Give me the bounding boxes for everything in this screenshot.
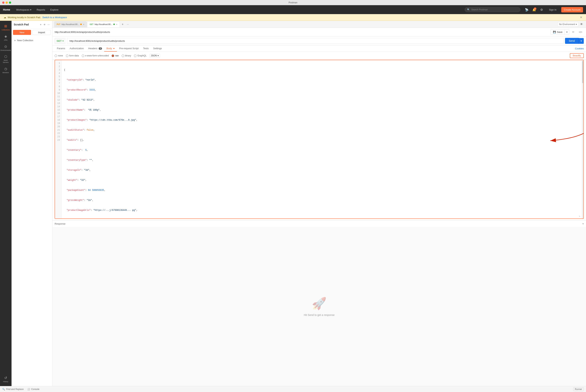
maximize-button[interactable]	[9, 2, 11, 4]
runner-button[interactable]: Runner	[573, 387, 584, 391]
url-display-bar: 💾 Save ▾ ✏ </>	[52, 28, 586, 36]
response-section: Response ▾	[52, 220, 586, 227]
sidebar-item-environments[interactable]: ⊙ Environments	[1, 43, 11, 53]
body-option-raw[interactable]: raw	[112, 54, 119, 57]
collections-icon: ⊞	[4, 24, 7, 28]
send-button-group: Send ▾	[565, 38, 584, 44]
search-input-box[interactable]: 🔍 Search Postman	[465, 7, 520, 12]
titlebar: Postman	[0, 0, 586, 5]
tab-tests[interactable]: Tests	[141, 46, 151, 52]
code-line: "inventary": 5,	[64, 148, 581, 152]
code-line: "grossWeight": "2a",	[64, 198, 581, 202]
sidebar-item-collections[interactable]: ⊞ Collections	[1, 23, 11, 32]
sidebar-item-history[interactable]: ↺ History	[1, 374, 11, 384]
sidebar-item-monitors[interactable]: ◷ Monitors	[1, 65, 11, 75]
nav-explore[interactable]: Explore	[48, 7, 61, 12]
tab-put[interactable]: PUT http://localhost:80... ✕	[54, 21, 87, 27]
response-body: 🚀 Hit Send to get a response	[52, 227, 586, 386]
panel-title: Scratch Pad	[14, 23, 29, 26]
beautify-button[interactable]: Beautify	[570, 53, 584, 58]
tab-authorization[interactable]: Authorization	[68, 46, 86, 52]
nav-workspaces[interactable]: Workspaces ▾	[14, 7, 34, 12]
request-url-input[interactable]	[67, 38, 564, 44]
sort-collections-button[interactable]: ≡	[43, 23, 46, 26]
save-button[interactable]: 💾 Save	[550, 29, 565, 35]
tab-dot-put	[80, 24, 82, 25]
request-tabs: Params Authorization Headers 8 Body ● Pr…	[52, 46, 586, 52]
save-dropdown-button[interactable]: ▾	[565, 29, 569, 35]
scrollbar-vertical[interactable]	[582, 60, 583, 218]
tab-headers[interactable]: Headers 8	[86, 46, 104, 52]
add-tab-button[interactable]: +	[120, 22, 125, 27]
url-display-input[interactable]	[55, 30, 549, 34]
collections-panel: Scratch Pad + ≡ ··· New Import ▶ New Col…	[12, 21, 52, 386]
tab-close-put[interactable]: ✕	[83, 24, 84, 26]
tab-settings[interactable]: Settings	[151, 46, 164, 52]
environments-icon: ⊙	[4, 44, 7, 49]
import-button[interactable]: Import	[33, 30, 51, 35]
code-line: "weight": "32",	[64, 178, 581, 182]
create-account-button[interactable]: Create Account	[561, 7, 583, 12]
tab-close-get[interactable]: ✕	[116, 24, 117, 26]
add-collection-button[interactable]: +	[40, 23, 42, 26]
minimize-button[interactable]	[6, 2, 8, 4]
body-option-graphql[interactable]: GraphQL	[134, 54, 146, 57]
send-button[interactable]: Send	[565, 38, 578, 44]
body-options: none form-data x-www-form-urlencoded raw…	[52, 52, 586, 60]
tab-body[interactable]: Body ●	[104, 46, 117, 52]
format-selector[interactable]: JSON ▾	[150, 54, 160, 58]
history-icon: ↺	[4, 376, 7, 380]
body-option-form-data[interactable]: form-data	[66, 54, 79, 57]
tab-get[interactable]: GET http://localhost:80... ✕	[87, 21, 120, 27]
close-button[interactable]	[2, 2, 5, 4]
code-line: "auditStatus": false,	[64, 128, 581, 132]
code-editor[interactable]: 1 2 3 4 5 6 7 8 9 10 11 12 13 14	[55, 60, 584, 219]
body-dot: ●	[113, 47, 115, 50]
code-content[interactable]: { "categoryId": "norId", "productRecord"…	[62, 60, 583, 218]
eye-icon[interactable]: 👁	[579, 22, 584, 27]
navbar: Home Workspaces ▾ Reports Explore 🔍 Sear…	[0, 5, 586, 14]
new-button[interactable]: New	[13, 30, 31, 35]
console-button[interactable]: ⬜ Console	[27, 388, 39, 390]
response-hint: Hit Send to get a response	[304, 314, 335, 316]
new-import-bar: New Import	[12, 28, 52, 36]
body-option-none[interactable]: none	[55, 54, 63, 57]
method-select[interactable]: GET ▾	[55, 38, 66, 44]
code-line: "skuCode": "42 9213",	[64, 98, 581, 102]
body-option-binary[interactable]: binary	[122, 54, 131, 57]
notification-badge: 1	[534, 8, 536, 10]
more-tabs-button[interactable]: ···	[125, 22, 130, 26]
save-button-group: 💾 Save ▾	[550, 29, 569, 35]
banner-close-button[interactable]: ✕	[580, 16, 582, 19]
cookies-link[interactable]: Cookies	[575, 47, 584, 50]
signin-button[interactable]: Sign In	[546, 7, 559, 12]
settings-icon[interactable]: ⚙	[539, 7, 544, 12]
search-box: 🔍 Search Postman	[465, 7, 520, 12]
nav-reports[interactable]: Reports	[34, 7, 47, 12]
send-dropdown-button[interactable]: ▾	[578, 38, 584, 44]
response-collapse-button[interactable]: ▾	[582, 222, 584, 225]
more-options-button[interactable]: ···	[47, 23, 50, 26]
code-icon[interactable]: </>	[577, 30, 584, 34]
chevron-right-icon: ▶	[15, 39, 16, 42]
panel-header: Scratch Pad + ≡ ···	[12, 21, 52, 28]
resize-icon[interactable]: ⌞	[579, 214, 580, 217]
navbar-right: 📡 🔔 1 ⚙ Sign In Create Account	[524, 7, 583, 12]
find-replace-button[interactable]: 🔍 Find and Replace	[2, 388, 24, 390]
sidebar-item-apis[interactable]: ◈ APIs	[1, 33, 11, 43]
tab-pre-request[interactable]: Pre-request Script	[117, 46, 141, 52]
banner-text: ☁ Working locally in Scratch Pad. Switch…	[4, 16, 67, 19]
response-label: Response	[55, 222, 66, 225]
tab-url-get: http://localhost:80...	[95, 23, 112, 26]
tab-params[interactable]: Params	[55, 46, 68, 52]
sidebar-item-mock-servers[interactable]: ⬡ Mock Servers	[1, 53, 11, 65]
switch-workspace-link[interactable]: Switch to a Workspace	[42, 16, 67, 19]
bell-icon[interactable]: 🔔 1	[531, 7, 537, 12]
satellite-icon[interactable]: 📡	[524, 7, 529, 12]
navbar-brand[interactable]: Home	[3, 8, 10, 11]
environment-selector[interactable]: No Environment ▾	[557, 22, 578, 26]
scrollbar-thumb[interactable]	[582, 61, 583, 83]
body-option-urlencoded[interactable]: x-www-form-urlencoded	[82, 54, 109, 57]
new-collection-item[interactable]: ▶ New Collection	[13, 38, 51, 43]
edit-icon[interactable]: ✏	[571, 30, 576, 34]
